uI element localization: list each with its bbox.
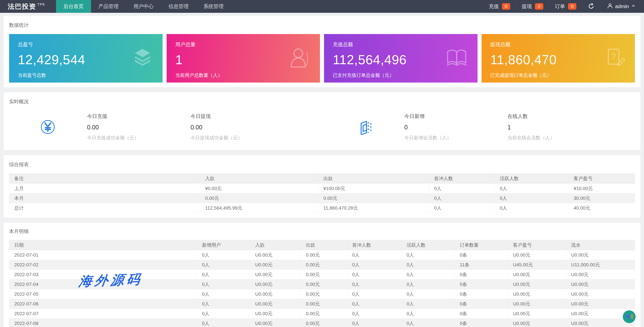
table-header-row: 日期新增用户入款出款首冲人数活跃人数订单数量客户盈亏流水: [9, 240, 635, 250]
table-cell: 0条: [455, 299, 508, 309]
table-cell: U0.00元: [250, 309, 301, 318]
table-cell: 0.00元: [301, 309, 347, 318]
table-row: 本月0.00元0.00元0人0人30.00元: [9, 193, 635, 203]
user-menu[interactable]: admin: [600, 0, 644, 13]
table-cell: 上月: [9, 184, 200, 193]
table-cell: 11条: [455, 260, 508, 270]
menu-item-info[interactable]: 信息管理: [161, 0, 196, 13]
table-header-cell: 入款: [200, 174, 318, 184]
realtime-label: 今日提现: [190, 113, 358, 120]
table-cell: 0条: [455, 309, 508, 318]
table-cell: U11,000.00元: [566, 260, 635, 270]
table-cell: U0.00元: [566, 279, 635, 289]
menu-item-users[interactable]: 用户中心: [126, 0, 161, 13]
table-cell: U0.00元: [508, 250, 566, 260]
summary-report-panel: 综合报表 备注入款出款首冲人数活跃人数客户盈亏上月¥0.00元¥100.00元0…: [4, 155, 640, 218]
menu-item-system[interactable]: 系统管理: [196, 0, 231, 13]
table-cell: 2022-07-08: [9, 318, 197, 327]
nav-withdraw-label: 提现: [522, 3, 532, 10]
nav-orders-label: 订单: [555, 3, 565, 10]
table-header-cell: 流水: [566, 240, 635, 250]
table-header-cell: 首冲人数: [429, 174, 495, 184]
brand: 法巴投资 TP6: [8, 0, 45, 13]
table-cell: 0人: [347, 309, 402, 318]
table-cell: U0.00元: [250, 270, 301, 279]
table-row: 2022-07-080人U0.00元0.00元0人0人0条U0.00元U0.00…: [9, 318, 635, 327]
stats-panel-title: 数据统计: [9, 22, 635, 29]
table-cell: 0人: [197, 299, 250, 309]
withdraw-badge: 0: [535, 3, 543, 10]
refresh-button[interactable]: [582, 0, 600, 13]
realtime-value: 0: [404, 124, 508, 131]
table-cell: 0人: [347, 299, 402, 309]
table-cell: U0.00元: [508, 279, 566, 289]
table-cell: 0人: [495, 193, 568, 203]
table-row: 2022-07-030人U0.00元0.00元0人0人0条U0.00元U0.00…: [9, 270, 635, 279]
stat-card-total-recharge: 充值总额 112,564,496 已支付充值订单总金额（元）: [324, 34, 478, 83]
brand-name: 法巴投资: [8, 2, 36, 11]
user-name: admin: [615, 4, 629, 9]
table-cell: 40.00元: [568, 203, 635, 213]
table-row: 2022-07-040人U0.00元0.00元0人0人0条U0.00元U0.00…: [9, 279, 635, 289]
recharge-badge: 0: [502, 3, 510, 10]
table-row: 2022-07-010人U0.00元0.00元0人0人0条U0.00元U0.00…: [9, 250, 635, 260]
table-header-cell: 日期: [9, 240, 197, 250]
nav-orders[interactable]: 订单 0: [549, 0, 582, 13]
table-cell: 0人: [495, 203, 568, 213]
menu-item-products[interactable]: 产品管理: [91, 0, 126, 13]
brand-version: TP6: [37, 2, 45, 7]
realtime-desc: 今日提现成功金额（元）: [190, 135, 358, 141]
realtime-item-online: 在线人数 1 当前在线会员数（人）: [508, 113, 635, 141]
table-cell: U0.00元: [508, 309, 566, 318]
table-cell: 0人: [495, 184, 568, 193]
stats-panel: 数据统计 总盈亏 12,429,544 当前盈亏总数 用户总量 1 当前用户总数…: [4, 16, 640, 87]
realtime-value: 0.00: [87, 124, 190, 131]
table-cell: 0.00元: [301, 260, 347, 270]
table-row: 总计112,564,495.99元11,860,470.28元0人0人40.00…: [9, 203, 635, 213]
user-outline-icon: [287, 46, 311, 70]
table-cell: U0.00元: [566, 299, 635, 309]
realtime-label: 今日充值: [87, 113, 190, 120]
table-header-cell: 入款: [250, 240, 301, 250]
table-cell: 0人: [402, 318, 455, 327]
chevron-up-icon: [631, 3, 636, 10]
table-cell: U0.00元: [508, 299, 566, 309]
yen-circle-icon: [40, 119, 56, 135]
table-cell: ¥100.00元: [318, 184, 429, 193]
table-cell: U0.00元: [566, 289, 635, 299]
table-cell: 0人: [197, 318, 250, 327]
table-cell: 11,860,470.28元: [318, 203, 429, 213]
table-cell: U0.00元: [250, 250, 301, 260]
stat-cards: 总盈亏 12,429,544 当前盈亏总数 用户总量 1 当前用户总数量（人）: [9, 34, 635, 83]
refresh-icon: [588, 3, 594, 10]
table-cell: 0人: [347, 289, 402, 299]
table-cell: 0人: [197, 270, 250, 279]
sound-toggle-button[interactable]: [623, 310, 636, 323]
table-cell: 0.00元: [301, 279, 347, 289]
table-cell: U0.00元: [508, 289, 566, 299]
realtime-item-today-withdraw: 今日提现 0.00 今日提现成功金额（元）: [190, 113, 358, 141]
table-cell: 0.00元: [301, 299, 347, 309]
table-cell: 0人: [402, 260, 455, 270]
nav-recharge[interactable]: 充值 0: [483, 0, 516, 13]
layers-icon: [132, 47, 154, 70]
table-header-cell: 备注: [9, 174, 200, 184]
table-cell: 0.00元: [301, 318, 347, 327]
nav-withdraw[interactable]: 提现 0: [516, 0, 549, 13]
menu-item-dashboard[interactable]: 后台首页: [56, 0, 91, 13]
summary-report-table: 备注入款出款首冲人数活跃人数客户盈亏上月¥0.00元¥100.00元0人0人¥1…: [9, 173, 635, 213]
stat-card-total-withdraw: 提现总额 11,860,470 已完成提现订单总金额（元） ?: [482, 34, 635, 83]
table-cell: U0.00元: [508, 318, 566, 327]
nav-recharge-label: 充值: [489, 3, 499, 10]
table-cell: U0.00元: [250, 318, 301, 327]
table-cell: 0.00元: [301, 289, 347, 299]
realtime-item-today-recharge: 今日充值 0.00 今日充值成功金额（元）: [87, 113, 190, 141]
realtime-value: 0.00: [190, 124, 358, 131]
table-row: 上月¥0.00元¥100.00元0人0人¥10.00元: [9, 184, 635, 193]
table-cell: 0.00元: [301, 250, 347, 260]
table-cell: 0人: [197, 289, 250, 299]
page-content: 数据统计 总盈亏 12,429,544 当前盈亏总数 用户总量 1 当前用户总数…: [0, 13, 644, 327]
realtime-row: 今日充值 0.00 今日充值成功金额（元） 今日提现 0.00 今日提现成功金额…: [9, 111, 635, 145]
table-header-cell: 首冲人数: [347, 240, 402, 250]
realtime-desc: 今日充值成功金额（元）: [87, 135, 190, 141]
